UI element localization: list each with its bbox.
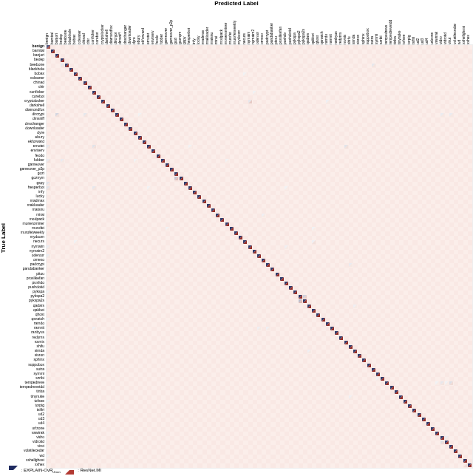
cell-lower-triangle — [349, 345, 353, 349]
cell-lower-triangle — [47, 455, 50, 458]
y-tick-label: urlzone — [33, 426, 44, 430]
y-tick-label: qadars — [33, 304, 44, 307]
x-tick-label: xxhex — [466, 35, 470, 44]
cell-lower-triangle — [445, 381, 449, 385]
heatmap-grid — [46, 44, 473, 469]
y-tick-label: redyms — [33, 336, 44, 339]
x-tick-label: urlzone — [430, 33, 434, 44]
cell-lower-triangle — [468, 463, 472, 467]
cell-lower-triangle — [326, 100, 330, 103]
y-tick-label: pitou — [36, 272, 44, 276]
cell-lower-triangle — [385, 381, 389, 385]
x-tick-label: locky — [197, 36, 200, 44]
cell-lower-triangle — [289, 286, 293, 290]
cell-lower-triangle — [74, 240, 78, 244]
cell-lower-triangle — [47, 182, 50, 186]
cell-lower-triangle — [349, 263, 353, 267]
y-tick-label: nymaim — [31, 245, 44, 248]
cell-lower-triangle — [262, 214, 265, 217]
cell-lower-triangle — [84, 81, 87, 85]
y-tick-label: mirai — [36, 213, 44, 217]
cell-lower-triangle — [426, 422, 430, 426]
cell-lower-triangle — [134, 159, 137, 163]
cell-lower-triangle — [316, 313, 320, 317]
cell-lower-triangle — [47, 145, 50, 149]
legend-lower-right-triangle-icon — [65, 466, 74, 475]
cell-lower-triangle — [47, 245, 50, 249]
cell-lower-triangle — [253, 250, 256, 254]
cell-lower-triangle — [445, 436, 449, 440]
x-tick-label: emotet — [146, 33, 150, 44]
cell-lower-triangle — [115, 113, 119, 117]
cell-lower-triangle — [147, 145, 151, 149]
cell-lower-triangle — [248, 100, 252, 103]
cell-lower-triangle — [225, 222, 229, 226]
cell-lower-triangle — [193, 191, 197, 194]
y-tick-label: xshellghost — [26, 458, 44, 462]
cell-lower-triangle — [47, 45, 50, 49]
x-tick-label: corebot — [95, 32, 99, 44]
cell-lower-triangle — [431, 427, 435, 431]
cell-lower-triangle — [225, 159, 229, 163]
cell-lower-triangle — [234, 231, 238, 235]
cell-lower-triangle — [463, 463, 467, 467]
cell-lower-triangle — [61, 64, 64, 67]
cell-lower-triangle — [92, 327, 96, 330]
cell-lower-triangle — [243, 240, 247, 244]
cell-lower-triangle — [276, 273, 279, 276]
cell-lower-triangle — [47, 432, 50, 435]
cell-lower-triangle — [312, 240, 316, 244]
cell-lower-triangle — [138, 113, 142, 117]
cell-lower-triangle — [230, 227, 234, 231]
y-tick-label: proslikefan — [27, 276, 44, 280]
y-tick-label: bedep — [34, 58, 44, 61]
y-tick-label: dnschanger — [25, 122, 44, 126]
cell-lower-triangle — [47, 254, 50, 258]
cell-lower-triangle — [349, 395, 353, 399]
cell-lower-triangle — [285, 282, 288, 285]
y-tick-label: tinynuke — [30, 395, 44, 398]
x-tick-label: padcrypt — [265, 30, 269, 44]
cell-lower-triangle — [449, 113, 453, 117]
cell-lower-triangle — [203, 200, 206, 203]
cell-lower-triangle — [372, 64, 375, 67]
x-tick-label: necurs — [242, 33, 246, 44]
cell-lower-triangle — [372, 368, 375, 372]
cell-lower-triangle — [435, 381, 439, 385]
cell-lower-triangle — [422, 418, 426, 421]
cell-lower-triangle — [344, 341, 348, 344]
cell-lower-triangle — [74, 72, 78, 76]
legend-seriesA-label: : EXPLAIN-OvRUnion — [21, 468, 61, 472]
y-tick-label: volatilecedar — [24, 449, 44, 452]
y-axis-title: True Label — [0, 0, 9, 476]
cell-lower-triangle — [449, 445, 453, 449]
cell-lower-triangle — [440, 441, 444, 444]
cell-lower-triangle — [435, 432, 439, 435]
cell-lower-triangle — [312, 309, 316, 313]
y-tick-label: wd — [40, 454, 44, 458]
x-tick-label: pushdo — [283, 33, 287, 44]
cell-lower-triangle — [143, 140, 146, 144]
y-tick-label: necurs — [33, 239, 44, 243]
cell-lower-triangle — [266, 327, 270, 330]
x-tick-label: sisron — [356, 35, 360, 44]
cell-lower-triangle — [124, 123, 128, 126]
y-tick-label: conficker — [30, 90, 44, 94]
cell-lower-triangle — [216, 214, 220, 217]
cell-lower-triangle — [408, 404, 412, 408]
cell-lower-triangle — [458, 455, 462, 458]
x-tick-label: qhost — [316, 35, 319, 44]
x-tick-label: bobax — [72, 34, 76, 44]
cell-lower-triangle — [367, 364, 371, 367]
cell-lower-triangle — [84, 113, 87, 117]
y-tick-label: pandabanker — [23, 267, 44, 271]
legend-seriesB-label: : ResNet.MI — [78, 468, 101, 472]
x-tick-label: virut — [448, 38, 452, 44]
x-tick-label: bamital — [50, 33, 54, 44]
x-tick-label: ekforward — [141, 28, 145, 44]
cell-lower-triangle — [55, 54, 59, 58]
y-tick-label: downloader — [25, 126, 44, 130]
y-tick-label: pykspa2s — [29, 299, 44, 302]
cell-lower-triangle — [262, 259, 265, 262]
x-tick-label: ud4 — [425, 38, 429, 44]
